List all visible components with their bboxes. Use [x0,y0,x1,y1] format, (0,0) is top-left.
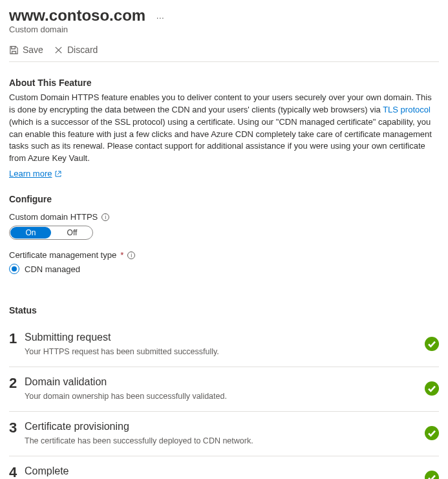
svg-point-1 [425,381,439,396]
step-desc: The certificate has been successfully de… [25,436,379,445]
https-label-text: Custom domain HTTPS [9,212,98,222]
cert-type-label-text: Certificate management type [9,250,116,260]
step-number: 3 [9,421,23,435]
learn-more-label: Learn more [9,169,52,178]
step-title: Complete [25,465,379,477]
close-icon [54,45,63,55]
info-icon[interactable]: i [101,213,109,221]
toggle-off: Off [52,226,92,239]
tls-protocol-link[interactable]: TLS protocol [383,105,431,114]
https-toggle[interactable]: On Off [9,226,93,240]
https-toggle-label: Custom domain HTTPS i [9,212,109,222]
status-heading: Status [9,305,439,315]
check-circle-icon [425,471,439,479]
page-title: www.contoso.com [9,6,145,25]
step-number: 1 [9,332,23,346]
svg-point-0 [425,337,439,351]
about-desc-pre: Custom Domain HTTPS feature enables you … [9,92,432,114]
about-description: Custom Domain HTTPS feature enables you … [9,92,439,165]
info-icon[interactable]: i [127,251,135,259]
step-number: 2 [9,376,23,390]
external-link-icon [54,170,62,178]
save-button[interactable]: Save [9,45,43,55]
command-bar: Save Discard [9,45,439,61]
page-header: www.contoso.com … Custom domain [9,6,439,34]
svg-point-3 [425,471,439,479]
toggle-on: On [10,227,51,239]
status-step: 2 Domain validation Your domain ownershi… [9,367,439,411]
step-number: 4 [9,465,23,479]
check-circle-icon [425,381,439,396]
save-icon [9,45,19,55]
discard-button[interactable]: Discard [54,45,98,55]
cert-type-label: Certificate management type * i [9,250,135,260]
configure-heading: Configure [9,194,439,204]
discard-label: Discard [67,45,98,55]
svg-point-2 [425,426,439,440]
step-desc: Your HTTPS request has been submitted su… [25,347,379,356]
check-circle-icon [425,337,439,351]
status-step: 3 Certificate provisioning The certifica… [9,411,439,456]
cert-option-label: CDN managed [25,264,80,274]
step-title: Domain validation [25,376,379,388]
status-step: 1 Submitting request Your HTTPS request … [9,322,439,367]
step-title: Certificate provisioning [25,421,379,432]
cert-type-option-cdn[interactable]: CDN managed [9,264,439,274]
required-indicator: * [120,250,123,260]
save-label: Save [23,45,43,55]
toolbar-separator [9,61,439,62]
page-subtitle: Custom domain [9,25,439,34]
more-actions-icon[interactable]: … [156,11,165,21]
step-title: Submitting request [25,332,379,343]
status-steps: 1 Submitting request Your HTTPS request … [9,322,439,479]
learn-more-link[interactable]: Learn more [9,169,62,178]
about-heading: About This Feature [9,78,439,88]
check-circle-icon [425,426,439,440]
about-desc-post: (which is a successor of the SSL protoco… [9,117,432,164]
radio-selected-icon [9,264,19,274]
step-desc: Your domain ownership has been successfu… [25,392,379,401]
status-step: 4 Complete HTTPS has been successfully D… [9,456,439,479]
